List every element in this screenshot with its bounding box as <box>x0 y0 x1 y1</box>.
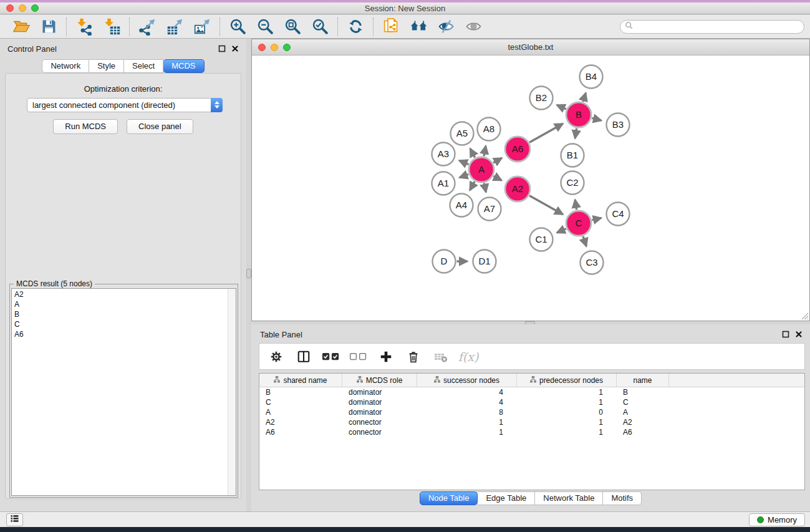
table-row[interactable]: A6connector11A6 <box>259 427 804 437</box>
table-settings-icon[interactable] <box>267 347 286 366</box>
result-list-item[interactable]: A <box>12 299 228 309</box>
table-row[interactable]: A2connector11A2 <box>259 417 804 427</box>
graph-edge-B-B1[interactable] <box>575 128 577 138</box>
export-image-icon[interactable] <box>190 17 214 37</box>
close-table-panel-icon[interactable] <box>794 330 803 338</box>
column-header-predecessor-nodes[interactable]: predecessor nodes <box>517 374 617 387</box>
graph-edge-B-B4[interactable] <box>583 93 586 102</box>
show-all-columns-icon[interactable] <box>322 347 340 366</box>
result-list-item[interactable]: C <box>12 319 228 329</box>
graph-node-C2[interactable]: C2 <box>561 172 584 195</box>
table-tab-motifs[interactable]: Motifs <box>603 491 642 505</box>
open-file-icon[interactable] <box>9 17 33 37</box>
refresh-layout-icon[interactable] <box>344 17 367 37</box>
graph-edge-A-A6[interactable] <box>493 158 502 163</box>
table-tab-network-table[interactable]: Network Table <box>535 491 603 505</box>
show-all-networks-icon[interactable] <box>407 17 430 37</box>
float-table-panel-icon[interactable] <box>781 330 789 338</box>
task-history-button[interactable] <box>6 513 23 526</box>
graph-node-D1[interactable]: D1 <box>473 250 496 273</box>
save-session-icon[interactable] <box>37 17 60 37</box>
create-column-icon[interactable] <box>377 347 395 366</box>
table-tab-edge-table[interactable]: Edge Table <box>478 491 535 505</box>
graph-edge-A-A5[interactable] <box>470 148 475 157</box>
graph-node-D[interactable]: D <box>433 250 456 273</box>
graph-edge-A-A4[interactable] <box>470 181 475 190</box>
result-list-scrollbar[interactable] <box>228 289 236 495</box>
graph-node-A3[interactable]: A3 <box>432 143 455 166</box>
graph-node-A4[interactable]: A4 <box>450 194 473 217</box>
graph-node-C[interactable]: C <box>566 211 591 236</box>
graph-edge-A2-C[interactable] <box>529 196 563 215</box>
tab-style[interactable]: Style <box>89 59 124 73</box>
zoom-selected-icon[interactable] <box>308 17 332 37</box>
result-list-item[interactable]: B <box>12 309 228 319</box>
graph-node-A5[interactable]: A5 <box>451 122 474 145</box>
graph-node-B4[interactable]: B4 <box>580 65 603 89</box>
search-input[interactable] <box>634 21 804 32</box>
criterion-dropdown[interactable]: largest connected component (directed) <box>27 98 223 112</box>
memory-button[interactable]: Memory <box>749 513 805 526</box>
network-window-titlebar[interactable]: testGlobe.txt <box>252 39 809 56</box>
new-session-from-network-icon[interactable] <box>379 17 403 37</box>
network-canvas[interactable]: AA1A3A4A5A7A8A6A2BB1B2B3B4CC1C2C3C4DD1 <box>252 56 809 321</box>
graph-edge-A-A1[interactable] <box>460 175 468 178</box>
tab-mcds[interactable]: MCDS <box>163 59 204 73</box>
graph-node-A8[interactable]: A8 <box>478 118 501 141</box>
table-row[interactable]: Bdominator41B <box>259 387 804 397</box>
zoom-fit-icon[interactable] <box>281 17 304 37</box>
zoom-in-icon[interactable] <box>226 17 249 37</box>
resize-grip-icon[interactable] <box>800 311 809 320</box>
close-panel-icon[interactable] <box>231 44 239 52</box>
graph-node-B3[interactable]: B3 <box>607 114 630 137</box>
column-header-name[interactable]: name <box>617 374 669 387</box>
table-row[interactable]: Cdominator41C <box>259 397 804 407</box>
graph-node-B1[interactable]: B1 <box>561 144 584 167</box>
import-network-icon[interactable] <box>72 17 96 37</box>
float-panel-icon[interactable] <box>218 44 226 52</box>
graph-edge-A-A8[interactable] <box>484 146 486 156</box>
run-mcds-button[interactable]: Run MCDS <box>53 119 118 134</box>
panel-divider-handle[interactable] <box>246 269 251 278</box>
graph-node-A[interactable]: A <box>469 157 494 182</box>
graph-node-A7[interactable]: A7 <box>478 198 501 221</box>
hide-graphics-details-icon[interactable] <box>434 17 458 37</box>
graph-edge-A-A7[interactable] <box>484 183 486 193</box>
delete-columns-icon[interactable] <box>404 347 423 366</box>
graph-edge-C-C4[interactable] <box>592 218 601 220</box>
table-tab-node-table[interactable]: Node Table <box>420 491 478 505</box>
column-header-MCDS-role[interactable]: MCDS role <box>342 374 417 387</box>
column-header-shared-name[interactable]: shared name <box>259 374 342 387</box>
search-field[interactable] <box>620 20 804 34</box>
graph-edge-A-A3[interactable] <box>459 160 468 164</box>
result-list-item[interactable]: A2 <box>12 289 228 299</box>
export-table-icon[interactable] <box>163 17 186 37</box>
graph-edge-C-C2[interactable] <box>575 200 577 210</box>
show-graphics-details-icon[interactable] <box>461 17 485 37</box>
graph-node-C4[interactable]: C4 <box>607 203 630 226</box>
graph-edge-A-A2[interactable] <box>493 176 501 180</box>
import-table-icon[interactable] <box>100 17 123 37</box>
result-list-item[interactable]: A6 <box>12 329 228 339</box>
graph-edge-C-C1[interactable] <box>557 229 566 233</box>
graph-node-A1[interactable]: A1 <box>432 172 455 195</box>
graph-node-C1[interactable]: C1 <box>530 228 553 251</box>
graph-edge-B-B3[interactable] <box>592 118 601 120</box>
tab-network[interactable]: Network <box>42 59 89 73</box>
export-network-icon[interactable] <box>135 17 159 37</box>
hide-all-columns-icon[interactable] <box>349 347 368 366</box>
graph-node-A2[interactable]: A2 <box>505 177 530 201</box>
close-panel-button[interactable]: Close panel <box>127 119 193 134</box>
graph-edge-A6-B[interactable] <box>529 123 563 142</box>
graph-node-A6[interactable]: A6 <box>505 137 530 162</box>
column-header-successor-nodes[interactable]: successor nodes <box>417 374 517 387</box>
table-row[interactable]: Adominator80A <box>259 407 804 417</box>
zoom-out-icon[interactable] <box>253 17 277 37</box>
graph-edge-B-B2[interactable] <box>557 105 566 109</box>
split-panel-icon[interactable] <box>294 347 313 366</box>
graph-node-C3[interactable]: C3 <box>581 251 604 274</box>
graph-node-B[interactable]: B <box>566 102 591 127</box>
graph-edge-C-C3[interactable] <box>583 236 586 246</box>
tab-select[interactable]: Select <box>124 59 163 73</box>
graph-node-B2[interactable]: B2 <box>530 87 553 110</box>
